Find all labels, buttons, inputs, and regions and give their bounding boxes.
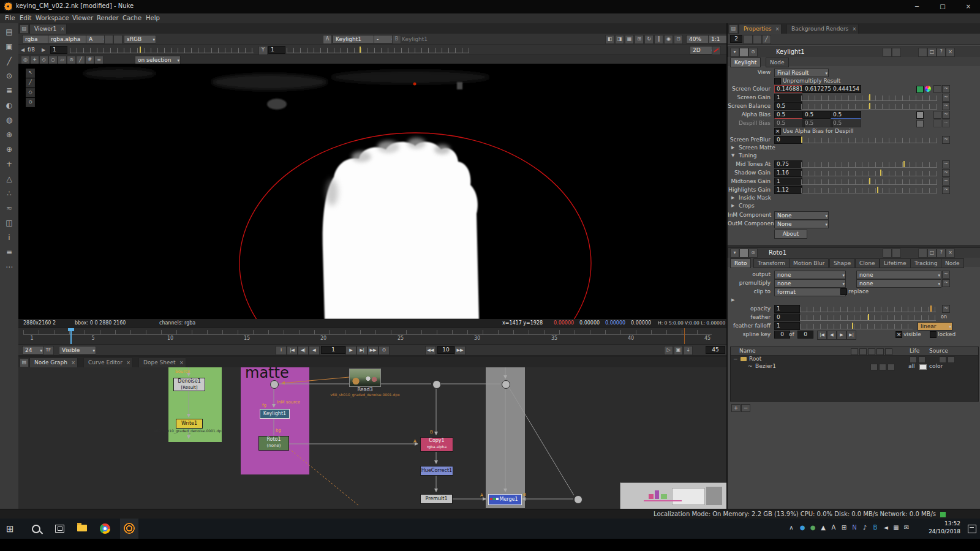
- goto-start-button[interactable]: |◀: [287, 346, 298, 355]
- node-read3-label[interactable]: Read3: [349, 387, 381, 392]
- tab-close-icon[interactable]: ×: [126, 358, 130, 367]
- slider-handle[interactable]: [880, 170, 881, 176]
- toolbar-filter-icon[interactable]: ◍: [2, 114, 16, 126]
- feather-falloff-slider[interactable]: [800, 324, 913, 329]
- wipe-icon[interactable]: ◧: [605, 35, 614, 44]
- node-copy1[interactable]: Copy1 rgba.alpha: [420, 437, 453, 452]
- flipbook-icon[interactable]: ↓: [684, 346, 693, 355]
- disclosure-icon[interactable]: ▼: [731, 153, 734, 158]
- animation-menu-icon[interactable]: ~: [942, 178, 950, 186]
- highlights-gain-field[interactable]: 1.12: [774, 186, 802, 194]
- grid-icon[interactable]: [753, 35, 762, 44]
- node-denoise1[interactable]: Denoise1 [Result]: [173, 378, 205, 391]
- range-end-field[interactable]: 45: [706, 346, 725, 354]
- tab-transform[interactable]: Transform: [753, 258, 790, 268]
- toolbar-particles-icon[interactable]: ∴: [2, 187, 16, 200]
- feather-falloff-field[interactable]: 1: [774, 322, 800, 330]
- slider-handle[interactable]: [903, 161, 905, 167]
- bookmark-icon[interactable]: [892, 249, 901, 258]
- fwd-key-button[interactable]: ▶: [837, 331, 846, 340]
- node-premult1[interactable]: Premult1: [420, 494, 453, 504]
- replace-checkbox[interactable]: [840, 288, 847, 295]
- refresh-icon[interactable]: ↻: [644, 35, 654, 44]
- menu-file[interactable]: File: [5, 15, 15, 21]
- tab-dope-sheet[interactable]: Dope Sheet×: [138, 358, 186, 368]
- roto-mode-dropdown[interactable]: on selection: [135, 56, 181, 64]
- slider-handle[interactable]: [869, 178, 870, 184]
- next-key-button[interactable]: ▶|: [846, 331, 856, 340]
- slider-handle[interactable]: [930, 305, 932, 312]
- visibility-dropdown[interactable]: Visible: [59, 346, 96, 354]
- tab-roto[interactable]: Roto: [730, 258, 751, 268]
- spline-key-field[interactable]: 0: [774, 331, 790, 339]
- alpha-bias-r-field[interactable]: 0.5: [774, 111, 805, 119]
- tab-close-icon[interactable]: ×: [853, 24, 857, 34]
- help-icon[interactable]: ?: [937, 48, 946, 57]
- tab-background-renders[interactable]: Background Renders×: [786, 24, 859, 34]
- node-color-swatch[interactable]: [739, 48, 748, 57]
- tab-node-roto[interactable]: Node: [941, 258, 964, 268]
- slider-handle[interactable]: [852, 323, 853, 329]
- eye-column-icon[interactable]: [851, 348, 858, 355]
- float-panel-icon[interactable]: □: [927, 48, 937, 57]
- prev-key-button[interactable]: |◀: [817, 331, 827, 340]
- file-explorer-icon[interactable]: [77, 525, 87, 531]
- node-roto1[interactable]: Roto1 (none): [258, 436, 289, 451]
- animation-menu-icon[interactable]: ~: [942, 160, 950, 168]
- node-huecorrect1[interactable]: HueCorrect1: [420, 466, 453, 476]
- bezier-life-value[interactable]: all: [908, 363, 915, 369]
- tray-icon-volume[interactable]: ◄: [881, 524, 891, 531]
- disclosure-icon[interactable]: ▶: [731, 203, 734, 208]
- prev-frame-button[interactable]: ◀|: [298, 346, 309, 355]
- edit-icon[interactable]: ╱: [762, 35, 771, 44]
- menu-workspace[interactable]: Workspace: [36, 15, 69, 21]
- screen-preblur-slider[interactable]: [801, 138, 937, 143]
- node-merge1[interactable]: Merge1: [488, 494, 522, 505]
- gain-slider-handle[interactable]: [140, 47, 141, 53]
- start-button[interactable]: ⊞: [6, 523, 14, 534]
- toolbar-draw-icon[interactable]: ╱: [2, 55, 16, 67]
- tray-hidden-icons-chevron[interactable]: ∧: [786, 524, 796, 531]
- play-forward-button[interactable]: ▶: [345, 346, 356, 355]
- alpha-bias-b-field[interactable]: 0.5: [831, 111, 861, 119]
- tray-icon-language[interactable]: A: [829, 524, 839, 531]
- fstop-decrement-icon[interactable]: ◀: [21, 47, 24, 53]
- search-icon[interactable]: [32, 525, 40, 533]
- tab-curve-editor[interactable]: Curve Editor×: [83, 358, 133, 368]
- animation-menu-icon[interactable]: ~: [942, 279, 950, 287]
- node-graph-minimap[interactable]: [620, 482, 726, 509]
- set-out-button[interactable]: O: [379, 346, 390, 355]
- tab-close-icon[interactable]: ×: [775, 24, 780, 34]
- toolbar-toolsets-icon[interactable]: ≡: [2, 246, 16, 258]
- tray-icon-green-app[interactable]: ●: [808, 524, 818, 531]
- animation-menu-icon[interactable]: ~: [942, 186, 950, 194]
- dot-node[interactable]: [270, 380, 279, 389]
- about-button[interactable]: About: [774, 230, 807, 239]
- midtones-gain-field[interactable]: 1: [774, 178, 802, 186]
- add-shape-button[interactable]: +: [731, 404, 741, 412]
- name-column-header[interactable]: Name: [739, 348, 756, 354]
- pane-menu-icon[interactable]: ▤: [20, 358, 29, 367]
- locked-checkbox[interactable]: [930, 331, 937, 338]
- gamma-slider-handle[interactable]: [360, 47, 361, 53]
- expander-icon[interactable]: −: [733, 356, 738, 362]
- output-dropdown[interactable]: none: [774, 271, 846, 279]
- roto-tool-select-icon[interactable]: ↖: [26, 69, 35, 78]
- shape-row-root[interactable]: − Root: [731, 355, 978, 362]
- despill-bias-b-field[interactable]: 0.5: [831, 119, 861, 127]
- screen-colour-b-field[interactable]: 0.444154: [831, 85, 861, 93]
- premultiply-mask-dropdown[interactable]: none: [856, 279, 941, 288]
- current-frame-field[interactable]: 1: [321, 346, 345, 354]
- bezier-color-swatch[interactable]: [919, 364, 927, 370]
- lock-toggle[interactable]: [888, 364, 895, 370]
- screen-colour-g-field[interactable]: 0.617275: [802, 85, 833, 93]
- pane-menu-icon[interactable]: ▤: [20, 24, 29, 34]
- color-column-icon[interactable]: [876, 348, 884, 355]
- step-forward-button[interactable]: ▶▶: [454, 346, 466, 355]
- animation-menu-icon[interactable]: ~: [942, 102, 950, 110]
- proxy-icon[interactable]: ⊞: [635, 35, 644, 44]
- animation-menu-icon[interactable]: ~: [942, 85, 950, 93]
- channels-icon[interactable]: [883, 249, 892, 258]
- channel-switch-icon[interactable]: [933, 119, 941, 127]
- toolbar-nuke-icon[interactable]: ▤: [2, 26, 16, 38]
